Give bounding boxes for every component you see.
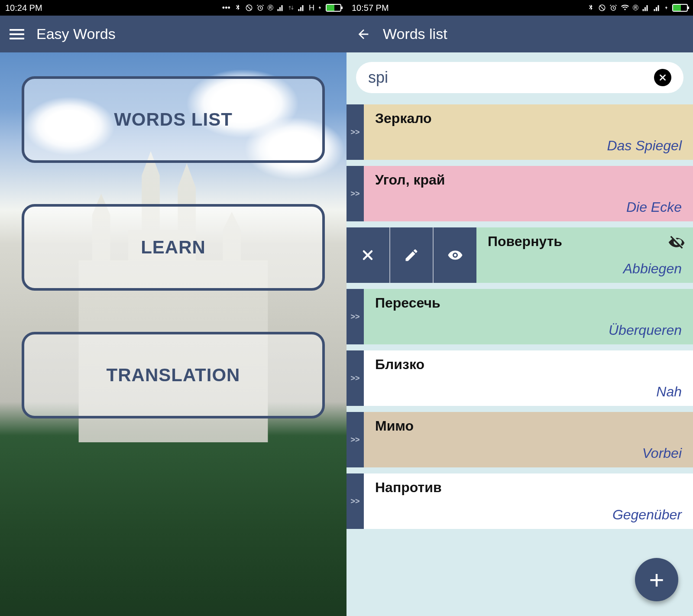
- edit-button[interactable]: [390, 227, 434, 283]
- screen-home: 10:24 PM ••• ® H: [0, 0, 346, 616]
- network-type: H: [309, 3, 314, 13]
- learn-button[interactable]: LEARN: [22, 204, 325, 291]
- dnd-icon: [598, 4, 606, 12]
- row-main[interactable]: НапротивGegenüber: [364, 473, 693, 529]
- home-body: WORDS LIST LEARN TRANSLATION: [0, 52, 346, 616]
- word-translation: Das Spiegel: [375, 138, 682, 154]
- word-row[interactable]: >>МимоVorbei: [346, 412, 693, 467]
- charge-icon: [318, 4, 322, 12]
- row-main[interactable]: МимоVorbei: [364, 412, 693, 467]
- signal-icon: [642, 4, 650, 12]
- row-main[interactable]: ЗеркалоDas Spiegel: [364, 104, 693, 160]
- visibility-button[interactable]: [434, 227, 476, 283]
- status-icons: ®: [587, 3, 688, 13]
- app-bar: Words list: [346, 16, 693, 52]
- alarm-icon: [256, 4, 264, 12]
- row-handle[interactable]: >>: [346, 412, 364, 467]
- row-main[interactable]: ПересечьÜberqueren: [364, 289, 693, 344]
- list-body: >>ЗеркалоDas Spiegel>>Угол, крайDie Ecke…: [346, 52, 693, 616]
- bluetooth-icon: [587, 4, 595, 12]
- word-translation: Abbiegen: [488, 261, 682, 277]
- word-source: Повернуть: [488, 233, 682, 250]
- word-list[interactable]: >>ЗеркалоDas Spiegel>>Угол, крайDie Ecke…: [346, 104, 693, 616]
- words-list-button[interactable]: WORDS LIST: [22, 76, 325, 163]
- row-main[interactable]: БлизкоNah: [364, 350, 693, 406]
- clear-search-button[interactable]: [654, 69, 671, 86]
- hidden-icon: [668, 233, 685, 253]
- bluetooth-icon: [234, 4, 242, 12]
- alarm-icon: [609, 4, 617, 12]
- word-source: Угол, край: [375, 172, 682, 188]
- row-actions: [346, 227, 476, 283]
- word-row[interactable]: >>ЗеркалоDas Spiegel: [346, 104, 693, 160]
- word-source: Мимо: [375, 418, 682, 434]
- row-handle[interactable]: >>: [346, 166, 364, 221]
- row-handle[interactable]: >>: [346, 350, 364, 406]
- status-bar: 10:57 PM ®: [346, 0, 693, 16]
- word-row[interactable]: >>Угол, крайDie Ecke: [346, 166, 693, 221]
- dnd-icon: [245, 4, 253, 12]
- status-time: 10:57 PM: [352, 3, 389, 13]
- row-main[interactable]: Угол, крайDie Ecke: [364, 166, 693, 221]
- status-time: 10:24 PM: [5, 3, 42, 13]
- word-translation: Nah: [375, 384, 682, 400]
- word-source: Близко: [375, 357, 682, 373]
- word-row[interactable]: ПовернутьAbbiegen: [346, 227, 693, 283]
- status-icons: ••• ® H: [222, 3, 341, 13]
- word-row[interactable]: >>БлизкоNah: [346, 350, 693, 406]
- word-source: Напротив: [375, 480, 682, 496]
- signal-icon: [277, 4, 285, 12]
- row-main[interactable]: ПовернутьAbbiegen: [476, 227, 693, 283]
- search-pill: [356, 62, 683, 93]
- charge-icon: [664, 4, 669, 12]
- search-input[interactable]: [368, 68, 648, 87]
- search-wrap: [346, 52, 693, 104]
- page-title: Words list: [383, 26, 447, 42]
- more-icon: •••: [222, 3, 230, 13]
- row-handle[interactable]: >>: [346, 473, 364, 529]
- word-row[interactable]: >>ПересечьÜberqueren: [346, 289, 693, 344]
- row-handle[interactable]: >>: [346, 104, 364, 160]
- word-source: Зеркало: [375, 110, 682, 126]
- data-icon: [288, 4, 294, 12]
- delete-button[interactable]: [346, 227, 390, 283]
- battery-icon: [672, 4, 688, 12]
- word-translation: Vorbei: [375, 445, 682, 461]
- menu-icon[interactable]: [10, 27, 24, 42]
- screen-words-list: 10:57 PM ®: [346, 0, 693, 616]
- registered-icon: ®: [633, 3, 638, 13]
- signal2-icon: [298, 4, 305, 12]
- word-row[interactable]: >>НапротивGegenüber: [346, 473, 693, 529]
- row-handle[interactable]: >>: [346, 289, 364, 344]
- wifi-icon: [621, 4, 629, 12]
- word-translation: Gegenüber: [375, 507, 682, 523]
- back-button[interactable]: [356, 27, 371, 42]
- word-translation: Die Ecke: [375, 199, 682, 215]
- translation-button[interactable]: TRANSLATION: [22, 332, 325, 418]
- signal2-icon: [653, 4, 661, 12]
- status-bar: 10:24 PM ••• ® H: [0, 0, 346, 16]
- word-source: Пересечь: [375, 295, 682, 311]
- battery-icon: [326, 4, 341, 12]
- add-word-fab[interactable]: +: [635, 558, 678, 601]
- registered-icon: ®: [268, 3, 273, 13]
- app-bar: Easy Words: [0, 16, 346, 52]
- word-translation: Überqueren: [375, 322, 682, 338]
- app-title: Easy Words: [36, 26, 116, 42]
